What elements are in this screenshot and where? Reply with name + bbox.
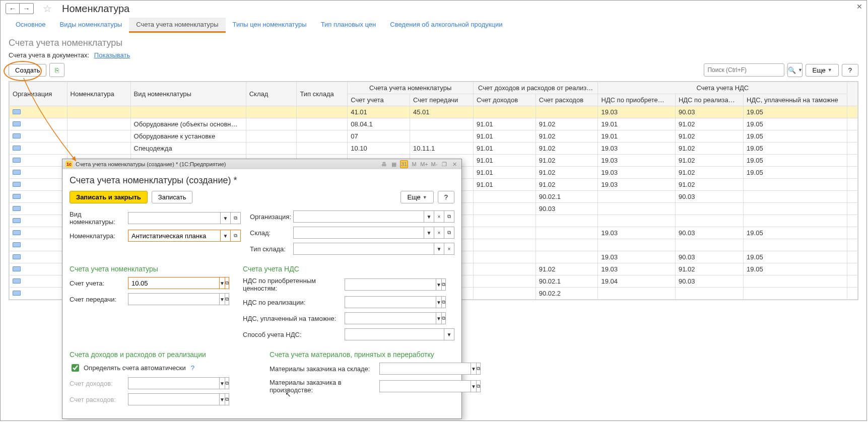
input-nds-tam[interactable] xyxy=(345,312,436,324)
col-nds-tam[interactable]: НДС, уплаченный на таможне xyxy=(744,94,847,106)
input-tip-sklada[interactable] xyxy=(293,243,434,255)
input-mat-proizv[interactable] xyxy=(379,380,471,392)
ext-org[interactable]: ⧉ xyxy=(444,210,454,223)
input-sklad[interactable] xyxy=(293,227,424,239)
table-row[interactable]: 41.0145.0119.0390.0319.05 xyxy=(10,106,858,118)
m-plus-icon[interactable]: M+ xyxy=(420,160,428,168)
cell: 90.03 xyxy=(675,251,743,263)
save-close-button[interactable]: Записать и закрыть xyxy=(70,191,148,203)
col-nds-re[interactable]: НДС по реализа… xyxy=(675,94,743,106)
dialog-close-icon[interactable]: ✕ xyxy=(450,160,458,168)
input-vid[interactable] xyxy=(128,212,221,224)
cell: 07 xyxy=(348,130,410,143)
dialog-more-button[interactable]: Еще ▼ xyxy=(400,191,433,203)
ext-nom[interactable]: ⧉ xyxy=(231,230,241,242)
search-box[interactable]: × xyxy=(704,63,784,77)
col-schet-per[interactable]: Счет передачи xyxy=(410,94,473,106)
calc-icon[interactable]: ▦ xyxy=(390,160,398,168)
filter-link[interactable]: Показывать xyxy=(94,51,130,59)
favorite-icon[interactable]: ☆ xyxy=(43,3,52,15)
row-icon xyxy=(13,266,21,271)
cell xyxy=(536,227,598,239)
input-schet-rash xyxy=(128,393,220,405)
cell xyxy=(744,191,847,203)
cell: 19.03 xyxy=(598,251,676,263)
tab-plan-price[interactable]: Тип плановых цен xyxy=(314,18,383,33)
input-sposob[interactable] xyxy=(345,328,444,340)
col-schet-rash[interactable]: Счет расходов xyxy=(536,94,598,106)
tab-main[interactable]: Основное xyxy=(9,18,53,33)
tab-price-types[interactable]: Типы цен номенклатуры xyxy=(226,18,314,33)
back-button[interactable]: ← xyxy=(6,3,20,14)
clr-sklad[interactable]: × xyxy=(434,227,444,239)
more-button[interactable]: Еще ▼ xyxy=(806,64,838,77)
app-window: ← → ☆ Номенклатура ✕ Основное Виды номен… xyxy=(0,0,867,421)
clr-tip[interactable]: × xyxy=(444,243,454,255)
calendar-icon[interactable]: 31 xyxy=(400,160,408,168)
ext-vid[interactable]: ⧉ xyxy=(231,212,241,224)
m-minus-icon[interactable]: M- xyxy=(430,160,438,168)
dialog-help-button[interactable]: ? xyxy=(438,191,454,203)
clr-org[interactable]: × xyxy=(434,210,444,223)
input-nom[interactable] xyxy=(128,230,221,242)
cell xyxy=(297,106,348,118)
forward-button[interactable]: → xyxy=(20,3,34,14)
auto-checkbox[interactable] xyxy=(72,364,79,372)
dd-sklad[interactable]: ▼ xyxy=(424,227,434,239)
dd-tip[interactable]: ▼ xyxy=(434,243,444,255)
m-icon[interactable]: M xyxy=(410,160,418,168)
tab-accounts[interactable]: Счета учета номенклатуры xyxy=(129,18,225,33)
cell: 19.04 xyxy=(598,275,676,288)
print-icon[interactable]: 🖶 xyxy=(380,160,388,168)
input-mat-sklad[interactable] xyxy=(379,363,471,375)
search-mode-button[interactable]: 🔍▼ xyxy=(787,63,803,77)
dialog-titlebar[interactable]: 1c Счета учета номенклатуры (создание) *… xyxy=(62,159,461,169)
app-1c-icon: 1c xyxy=(65,161,73,168)
ext-sklad[interactable]: ⧉ xyxy=(444,227,454,239)
col-vid[interactable]: Вид номенклатуры xyxy=(130,82,246,106)
col-tip[interactable]: Тип склада xyxy=(297,82,348,106)
col-group-nom: Счета учета номенклатуры xyxy=(348,82,474,94)
tab-types[interactable]: Виды номенклатуры xyxy=(53,18,129,33)
main-toolbar: Создать ⎘ × 🔍▼ Еще ▼ ? xyxy=(9,63,858,77)
close-icon[interactable]: ✕ xyxy=(856,3,862,11)
save-button[interactable]: Записать xyxy=(152,191,193,203)
table-row[interactable]: Оборудование (объекты основн…08.04.191.0… xyxy=(10,118,858,130)
input-org[interactable] xyxy=(293,210,424,223)
search-input[interactable] xyxy=(704,65,786,75)
cell xyxy=(598,288,676,300)
cell: 90.03 xyxy=(675,191,743,203)
col-nds-pr[interactable]: НДС по приобрете… xyxy=(598,94,676,106)
ext-schet-uch[interactable]: ⧉ xyxy=(225,277,229,289)
dd-nom[interactable]: ▼ xyxy=(221,230,231,242)
create-button[interactable]: Создать xyxy=(9,64,46,77)
col-schet-doh[interactable]: Счет доходов xyxy=(473,94,536,106)
row-icon xyxy=(13,121,21,126)
input-schet-per[interactable] xyxy=(128,293,220,305)
col-sklad[interactable]: Склад xyxy=(246,82,297,106)
dd-org[interactable]: ▼ xyxy=(424,210,434,223)
row-icon xyxy=(13,230,21,235)
dd-schet-uch[interactable]: ▼ xyxy=(220,277,225,289)
help-button[interactable]: ? xyxy=(842,64,858,77)
cell xyxy=(536,251,598,263)
window-restore-icon[interactable]: ❐ xyxy=(440,160,448,168)
input-nds-pr[interactable] xyxy=(345,278,436,291)
col-schet-uch[interactable]: Счет учета xyxy=(348,94,410,106)
cell: 91.02 xyxy=(675,118,743,130)
table-row[interactable]: Оборудование к установке0791.0191.0219.0… xyxy=(10,130,858,143)
cell xyxy=(473,191,536,203)
cell: 19.03 xyxy=(598,106,676,118)
input-nds-re[interactable] xyxy=(345,296,436,308)
copy-button[interactable]: ⎘ xyxy=(49,63,64,77)
auto-help-icon[interactable]: ? xyxy=(191,364,194,372)
col-nom[interactable]: Номенклатура xyxy=(67,82,130,106)
cell xyxy=(473,239,536,251)
cell xyxy=(473,106,536,118)
input-schet-uch[interactable] xyxy=(128,277,220,289)
tab-alcohol[interactable]: Сведения об алкогольной продукции xyxy=(383,18,509,33)
col-org[interactable]: Организация xyxy=(10,82,68,106)
dd-vid[interactable]: ▼ xyxy=(221,212,231,224)
table-row[interactable]: Спецодежда10.1010.11.191.0191.0219.0391.… xyxy=(10,143,858,155)
cell: 91.02 xyxy=(675,167,743,179)
